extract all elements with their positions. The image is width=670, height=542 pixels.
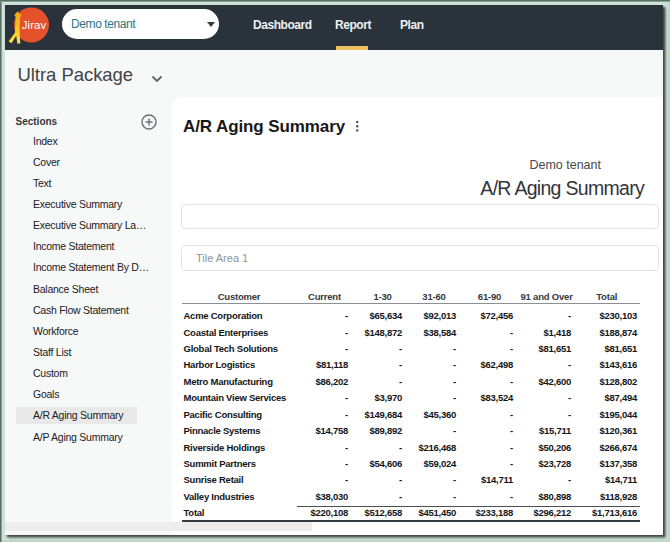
svg-text:Jirav: Jirav — [22, 19, 47, 31]
